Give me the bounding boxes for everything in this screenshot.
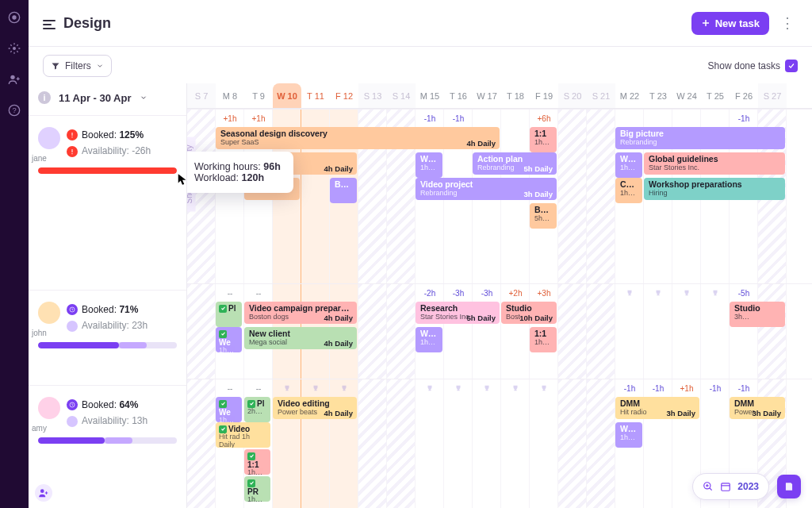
cursor [178, 173, 187, 186]
user-plus-icon[interactable] [8, 73, 21, 88]
svg-point-1 [12, 15, 16, 19]
svg-point-3 [10, 75, 14, 79]
hours-row: -----------2h-3h-3h+2h+3h-5h [187, 284, 812, 298]
day-header[interactable]: T 18 [501, 83, 530, 108]
date-range-picker[interactable]: i 11 Apr - 30 Apr [29, 83, 186, 115]
day-header[interactable]: M 8 [216, 83, 244, 108]
task-card[interactable]: 1:11h… [530, 327, 557, 352]
task-card[interactable]: New clientMega social4h Daily [244, 327, 357, 349]
task-card[interactable]: Seasonal design discoverySuper SaaS4h Da… [216, 127, 500, 149]
task-card[interactable]: Week1h… [615, 422, 642, 448]
day-header[interactable]: T 23 [644, 83, 672, 108]
day-header[interactable]: S 21 [587, 83, 615, 108]
hours-row: +1h+1h+1h+1h+1h-1h-1h+6h-1h [187, 110, 812, 123]
task-card[interactable]: StudioBost10h Daily [501, 302, 557, 324]
day-header[interactable]: T 16 [444, 83, 473, 108]
task-card[interactable]: DMMHit radio3h Daily [615, 397, 699, 419]
workload-tooltip: Working hours: 96h Workload: 120h [187, 152, 293, 193]
left-panel: i 11 Apr - 30 Apr Booked: 125% Availabil… [29, 83, 187, 508]
day-header[interactable]: F 26 [730, 83, 758, 108]
day-header[interactable]: S 13 [358, 83, 387, 108]
task-card[interactable]: Week1h… [416, 327, 442, 352]
task-card[interactable]: Action planRebranding5h Daily [473, 152, 557, 175]
svg-point-6 [71, 137, 72, 137]
task-chip[interactable]: VideoHit rad 1h Daily [216, 422, 270, 448]
day-header[interactable]: S 27 [758, 83, 787, 108]
day-header[interactable]: M 22 [615, 83, 644, 108]
avatar[interactable] [38, 302, 60, 324]
task-card[interactable]: Global guidelinesStar Stories Inc. [644, 152, 785, 175]
day-header[interactable]: F 12 [330, 83, 358, 108]
day-header[interactable]: S 7 [187, 83, 216, 108]
person-card: Booked: 64% Availability: 13h amy [29, 385, 186, 508]
svg-point-2 [13, 47, 16, 50]
workload-bar [38, 342, 177, 348]
toolbar: Filters Show done tasks [29, 47, 812, 83]
day-header[interactable]: W 24 [672, 83, 701, 108]
person-name: amy [32, 424, 47, 433]
avatar[interactable] [38, 127, 60, 149]
svg-rect-11 [722, 483, 730, 491]
day-header[interactable]: T 9 [244, 83, 273, 108]
person-card: Booked: 71% Availability: 23h john [29, 290, 186, 385]
task-chip[interactable]: We1h… [216, 397, 242, 422]
day-header[interactable]: T 25 [701, 83, 730, 108]
task-card[interactable]: Video campaign preparationBoston dogs4h … [244, 302, 357, 324]
zoom-icon[interactable] [703, 481, 714, 492]
footer-controls: 2023 [692, 473, 801, 500]
timeline-lane: -----------2h-3h-3h+2h+3h-5h Video campa… [187, 283, 812, 379]
filters-button[interactable]: Filters [43, 55, 112, 77]
header: Design New task ⋮ [29, 0, 812, 47]
page-title: Design [43, 15, 111, 32]
add-person-button[interactable] [35, 484, 52, 502]
task-card[interactable]: Week1h… [615, 152, 642, 178]
info-icon[interactable]: i [38, 91, 51, 104]
svg-text:?: ? [12, 106, 16, 114]
task-card[interactable]: Big pictureRebranding [615, 127, 785, 149]
task-card[interactable]: Workshop preparationsHiring [644, 178, 785, 200]
day-header[interactable]: S 20 [558, 83, 587, 108]
date-header: S 7M 8T 9W 10T 11F 12S 13S 14M 15T 16W 1… [187, 83, 812, 109]
show-done-toggle[interactable]: Show done tasks [708, 60, 798, 72]
zoom-year-pill[interactable]: 2023 [692, 473, 769, 500]
task-chip[interactable]: 1:11h… [244, 449, 270, 475]
day-header[interactable]: T 11 [301, 83, 330, 108]
task-card[interactable]: Week1h… [416, 152, 442, 178]
more-icon[interactable]: ⋮ [777, 11, 798, 35]
timeline-lane: +1h+1h+1h+1h+1h-1h-1h+6h-1h Seasonal des… [187, 109, 812, 283]
task-card[interactable]: 1:11h… [530, 127, 557, 152]
gear-icon[interactable] [8, 42, 21, 57]
task-card[interactable]: DMMPower3h Daily [730, 397, 785, 419]
workload-bar [38, 437, 177, 444]
avatar[interactable] [38, 397, 60, 419]
help-icon[interactable]: ? [8, 104, 21, 119]
calendar-icon[interactable] [720, 481, 731, 492]
day-header[interactable]: F 19 [530, 83, 558, 108]
task-card[interactable]: Check1h… [615, 178, 642, 203]
task-card[interactable]: Brain [330, 178, 357, 203]
day-header[interactable]: M 15 [416, 83, 444, 108]
logo-icon[interactable] [8, 11, 21, 26]
save-view-button[interactable] [777, 475, 801, 498]
task-chip[interactable]: We1h… [216, 327, 242, 352]
task-card[interactable]: Video projectRebranding3h Daily [416, 178, 557, 200]
day-header[interactable]: W 17 [473, 83, 501, 108]
task-chip[interactable]: Pl [216, 302, 242, 327]
task-chip[interactable]: PR1h… [244, 476, 270, 502]
person-name: john [32, 329, 47, 337]
task-card[interactable]: Video editingPower beats4h Daily [273, 397, 357, 419]
task-chip[interactable]: Pl2h… [244, 397, 270, 422]
task-card[interactable]: Studio3h… [730, 302, 785, 327]
svg-point-7 [71, 153, 72, 154]
new-task-button[interactable]: New task [691, 12, 769, 35]
task-card[interactable]: ResearchStar Stories Inc.5h Daily [416, 302, 500, 324]
workload-bar [38, 167, 177, 174]
day-header[interactable]: W 10 [273, 83, 301, 108]
person-name: jane [32, 154, 47, 163]
person-card: Booked: 125% Availability: -26h jane [29, 115, 186, 290]
hours-row: -----1h-1h+1h-1h-1h [187, 379, 812, 394]
task-card[interactable]: Board5h… [530, 203, 557, 229]
timeline[interactable]: S 7M 8T 9W 10T 11F 12S 13S 14M 15T 16W 1… [187, 83, 812, 508]
day-header[interactable]: S 14 [387, 83, 416, 108]
menu-icon[interactable] [43, 17, 56, 29]
